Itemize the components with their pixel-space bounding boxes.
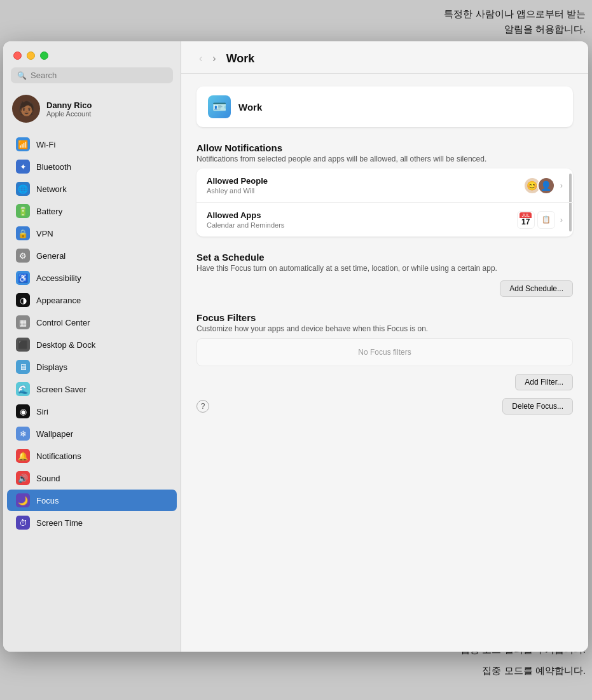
window-controls bbox=[3, 41, 181, 67]
allow-notifications-subtitle: Notifications from selected people and a… bbox=[196, 154, 573, 163]
sidebar-item-focus[interactable]: 🌙Focus bbox=[7, 490, 177, 511]
calendar-icon: JUL 17 bbox=[517, 211, 535, 229]
allowed-card: Allowed People Ashley and Will 😊 👤 › bbox=[196, 168, 573, 237]
focus-filters-section: Focus Filters Customize how your apps an… bbox=[196, 312, 573, 415]
control-center-icon: ▦ bbox=[16, 315, 30, 329]
siri-label: Siri bbox=[36, 407, 48, 416]
network-label: Network bbox=[36, 184, 67, 194]
allow-notifications-title: Allow Notifications bbox=[196, 142, 573, 153]
focus-label: Focus bbox=[36, 496, 59, 505]
sidebar-item-desktop-dock[interactable]: ⬛Desktop & Dock bbox=[7, 334, 177, 355]
work-card-label: Work bbox=[238, 102, 262, 113]
focus-filters-subtitle: Customize how your apps and device behav… bbox=[196, 324, 573, 333]
vpn-icon: 🔒 bbox=[16, 226, 30, 240]
wallpaper-icon: ❄ bbox=[16, 427, 30, 441]
allowed-people-title: Allowed People bbox=[207, 176, 523, 186]
tooltip-top: 특정한 사람이나 앱으로부터 받는 알림을 허용합니다. bbox=[444, 6, 586, 37]
appearance-icon: ◑ bbox=[16, 293, 30, 307]
battery-label: Battery bbox=[36, 207, 62, 216]
control-center-label: Control Center bbox=[36, 318, 90, 327]
delete-focus-button[interactable]: Delete Focus... bbox=[502, 398, 573, 415]
focus-filters-title: Focus Filters bbox=[196, 312, 573, 323]
add-schedule-button[interactable]: Add Schedule... bbox=[500, 280, 573, 297]
chevron-right-icon: › bbox=[560, 215, 563, 224]
allowed-people-row[interactable]: Allowed People Ashley and Will 😊 👤 › bbox=[196, 168, 573, 203]
maximize-button[interactable] bbox=[40, 51, 48, 60]
add-schedule-row: Add Schedule... bbox=[196, 280, 573, 297]
close-button[interactable] bbox=[13, 51, 22, 60]
sound-icon: 🔊 bbox=[16, 471, 30, 485]
screen-saver-icon: 🌊 bbox=[16, 382, 30, 396]
avatar-will: 👤 bbox=[537, 177, 555, 195]
avatar: 🧑🏾 bbox=[12, 95, 40, 123]
sidebar-item-wifi[interactable]: 📶Wi-Fi bbox=[7, 134, 177, 155]
accessibility-icon: ♿ bbox=[16, 271, 30, 285]
wifi-label: Wi-Fi bbox=[36, 140, 55, 149]
sidebar-item-screen-time[interactable]: ⏱Screen Time bbox=[7, 512, 177, 533]
sidebar-item-siri[interactable]: ◉Siri bbox=[7, 401, 177, 422]
battery-icon: 🔋 bbox=[16, 204, 30, 218]
chevron-right-icon: › bbox=[560, 181, 563, 190]
set-schedule-subtitle: Have this Focus turn on automatically at… bbox=[196, 264, 573, 273]
user-profile[interactable]: 🧑🏾 Danny Rico Apple Account bbox=[3, 90, 181, 130]
sidebar-item-wallpaper[interactable]: ❄Wallpaper bbox=[7, 423, 177, 444]
sidebar-item-screen-saver[interactable]: 🌊Screen Saver bbox=[7, 378, 177, 400]
focus-icon: 🌙 bbox=[16, 493, 30, 507]
search-icon: 🔍 bbox=[17, 71, 27, 80]
allow-notifications-section: Allow Notifications Notifications from s… bbox=[196, 142, 573, 237]
user-name: Danny Rico bbox=[46, 100, 92, 110]
search-input[interactable] bbox=[31, 71, 167, 80]
main-header: ‹ › Work bbox=[181, 41, 588, 74]
forward-button[interactable]: › bbox=[210, 51, 218, 65]
app-icons: JUL 17 📋 bbox=[517, 211, 555, 229]
main-body: 🪪 Work Allow Notifications Notifications… bbox=[181, 74, 588, 427]
sidebar-item-battery[interactable]: 🔋Battery bbox=[7, 200, 177, 222]
allowed-apps-subtitle: Calendar and Reminders bbox=[207, 221, 517, 229]
bottom-actions: ? Delete Focus... bbox=[196, 398, 573, 415]
sidebar-item-notifications[interactable]: 🔔Notifications bbox=[7, 445, 177, 467]
add-filter-button[interactable]: Add Filter... bbox=[515, 374, 573, 390]
sidebar-item-displays[interactable]: 🖥Displays bbox=[7, 356, 177, 378]
wifi-icon: 📶 bbox=[16, 137, 30, 151]
sidebar-item-accessibility[interactable]: ♿Accessibility bbox=[7, 267, 177, 289]
allowed-people-subtitle: Ashley and Will bbox=[207, 187, 523, 195]
notifications-icon: 🔔 bbox=[16, 449, 30, 463]
set-schedule-section: Set a Schedule Have this Focus turn on a… bbox=[196, 252, 573, 297]
network-icon: 🌐 bbox=[16, 182, 30, 196]
sidebar-item-general[interactable]: ⚙General bbox=[7, 245, 177, 266]
work-icon: 🪪 bbox=[208, 95, 231, 118]
vpn-label: VPN bbox=[36, 229, 53, 238]
displays-label: Displays bbox=[36, 362, 67, 372]
search-bar: 🔍 bbox=[11, 67, 173, 83]
allowed-apps-row[interactable]: Allowed Apps Calendar and Reminders JUL … bbox=[196, 203, 573, 237]
sidebar-item-vpn[interactable]: 🔒VPN bbox=[7, 223, 177, 244]
bluetooth-icon: ✦ bbox=[16, 160, 30, 174]
sidebar-item-appearance[interactable]: ◑Appearance bbox=[7, 289, 177, 311]
help-button[interactable]: ? bbox=[196, 400, 209, 413]
no-focus-filters: No Focus filters bbox=[196, 338, 573, 366]
main-content: ‹ › Work 🪪 Work Allow Notifications Noti… bbox=[181, 41, 588, 652]
bluetooth-label: Bluetooth bbox=[36, 162, 71, 172]
back-button[interactable]: ‹ bbox=[196, 51, 205, 65]
sidebar-item-control-center[interactable]: ▦Control Center bbox=[7, 312, 177, 333]
accessibility-label: Accessibility bbox=[36, 273, 81, 283]
allowed-apps-title: Allowed Apps bbox=[207, 210, 517, 220]
sidebar-item-sound[interactable]: 🔊Sound bbox=[7, 467, 177, 489]
sidebar: 🔍 🧑🏾 Danny Rico Apple Account 📶Wi-Fi✦Blu… bbox=[3, 41, 181, 652]
reminders-icon: 📋 bbox=[537, 211, 555, 229]
people-avatars: 😊 👤 bbox=[523, 177, 555, 195]
notifications-label: Notifications bbox=[36, 451, 81, 461]
screen-saver-label: Screen Saver bbox=[36, 385, 86, 394]
desktop-dock-label: Desktop & Dock bbox=[36, 340, 95, 350]
sidebar-item-network[interactable]: 🌐Network bbox=[7, 178, 177, 200]
sidebar-list: 📶Wi-Fi✦Bluetooth🌐Network🔋Battery🔒VPN⚙Gen… bbox=[3, 130, 181, 652]
minimize-button[interactable] bbox=[27, 51, 35, 60]
sidebar-item-bluetooth[interactable]: ✦Bluetooth bbox=[7, 156, 177, 177]
sound-label: Sound bbox=[36, 474, 60, 483]
settings-window: 🔍 🧑🏾 Danny Rico Apple Account 📶Wi-Fi✦Blu… bbox=[3, 41, 588, 652]
page-title: Work bbox=[226, 52, 255, 65]
user-subtitle: Apple Account bbox=[46, 110, 92, 118]
screen-time-label: Screen Time bbox=[36, 518, 83, 528]
work-header-card: 🪪 Work bbox=[196, 86, 573, 127]
general-label: General bbox=[36, 251, 65, 261]
